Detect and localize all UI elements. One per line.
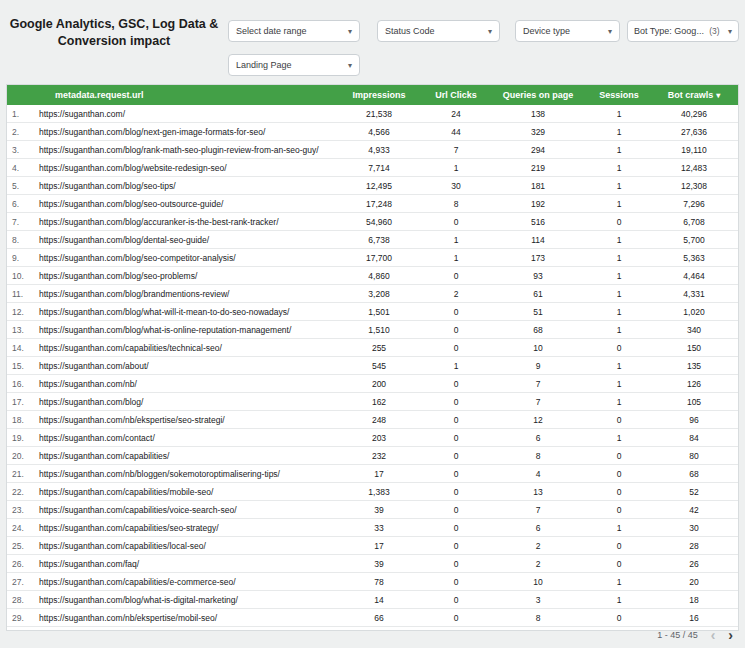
url-clicks-cell: 0 — [424, 613, 488, 623]
report-page: Google Analytics, GSC, Log Data & Conver… — [0, 0, 745, 648]
column-header-url_clicks[interactable]: Url Clicks — [424, 90, 488, 100]
impressions-cell: 27 — [334, 631, 424, 632]
impressions-cell: 17,248 — [334, 199, 424, 209]
impressions-cell: 17 — [334, 541, 424, 551]
impressions-cell: 7,714 — [334, 163, 424, 173]
impressions-cell: 39 — [334, 505, 424, 515]
url-clicks-cell: 0 — [424, 379, 488, 389]
url-cell: https://suganthan.com/blog/what-is-onlin… — [33, 325, 334, 335]
table-row: 24.https://suganthan.com/capabilities/se… — [7, 519, 738, 537]
url-clicks-cell: 0 — [424, 397, 488, 407]
sessions-cell: 0 — [588, 469, 650, 479]
impressions-cell: 1,501 — [334, 307, 424, 317]
sessions-cell: 1 — [588, 523, 650, 533]
sessions-cell: 1 — [588, 325, 650, 335]
impressions-cell: 21,538 — [334, 109, 424, 119]
row-number: 26. — [7, 559, 33, 569]
row-number: 18. — [7, 415, 33, 425]
date-range-filter[interactable]: Select date range ▾ — [228, 20, 360, 42]
impressions-cell: 4,933 — [334, 145, 424, 155]
url-cell: https://suganthan.com/cookie-policy/ — [33, 631, 334, 632]
bot-type-filter[interactable]: Bot Type: Goog... (3) ▾ — [627, 20, 739, 42]
table-row: 22.https://suganthan.com/capabilities/mo… — [7, 483, 738, 501]
impressions-cell: 12,495 — [334, 181, 424, 191]
data-table: metadata.request.urlImpressionsUrl Click… — [6, 84, 739, 631]
url-clicks-cell: 0 — [424, 469, 488, 479]
column-header-url[interactable]: metadata.request.url — [33, 90, 334, 100]
pagination-next-button[interactable]: › — [728, 628, 733, 642]
row-number: 8. — [7, 235, 33, 245]
url-clicks-cell: 0 — [424, 631, 488, 632]
pagination-prev-button[interactable]: ‹ — [711, 628, 716, 642]
url-cell: https://suganthan.com/capabilities/local… — [33, 541, 334, 551]
landing-page-filter[interactable]: Landing Page ▾ — [228, 54, 360, 76]
chevron-down-icon: ▾ — [348, 61, 352, 70]
bot-type-filter-label: Bot Type: Goog... — [634, 26, 704, 36]
url-clicks-cell: 1 — [424, 361, 488, 371]
url-clicks-cell: 0 — [424, 505, 488, 515]
bot-type-filter-count: (3) — [709, 26, 719, 36]
device-type-filter[interactable]: Device type ▾ — [515, 20, 620, 42]
bot-crawls-cell: 5,363 — [650, 253, 738, 263]
url-cell: https://suganthan.com/contact/ — [33, 433, 334, 443]
bot-crawls-cell: 40,296 — [650, 109, 738, 119]
impressions-cell: 232 — [334, 451, 424, 461]
queries-cell: 181 — [488, 181, 588, 191]
url-cell: https://suganthan.com/blog/ — [33, 397, 334, 407]
bot-crawls-cell: 30 — [650, 523, 738, 533]
column-header-label: metadata.request.url — [55, 90, 144, 100]
bot-crawls-cell: 6,708 — [650, 217, 738, 227]
bot-crawls-cell: 105 — [650, 397, 738, 407]
url-clicks-cell: 2 — [424, 289, 488, 299]
column-header-impressions[interactable]: Impressions — [334, 90, 424, 100]
url-cell: https://suganthan.com/capabilities/techn… — [33, 343, 334, 353]
impressions-cell: 4,860 — [334, 271, 424, 281]
row-number: 19. — [7, 433, 33, 443]
bot-crawls-cell: 18 — [650, 595, 738, 605]
page-title: Google Analytics, GSC, Log Data & Conver… — [8, 16, 220, 50]
table-row: 20.https://suganthan.com/capabilities/23… — [7, 447, 738, 465]
table-row: 8.https://suganthan.com/blog/dental-seo-… — [7, 231, 738, 249]
sessions-cell: 1 — [588, 361, 650, 371]
table-row: 16.https://suganthan.com/nb/200071126 — [7, 375, 738, 393]
bot-crawls-cell: 28 — [650, 541, 738, 551]
bot-crawls-cell: 80 — [650, 451, 738, 461]
column-header-label: Url Clicks — [435, 90, 477, 100]
impressions-cell: 255 — [334, 343, 424, 353]
table-row: 15.https://suganthan.com/about/545191135 — [7, 357, 738, 375]
url-cell: https://suganthan.com/nb/ekspertise/mobi… — [33, 613, 334, 623]
status-code-filter[interactable]: Status Code ▾ — [377, 20, 500, 42]
sessions-cell: 1 — [588, 307, 650, 317]
sessions-cell: 1 — [588, 577, 650, 587]
url-cell: https://suganthan.com/blog/seo-outsource… — [33, 199, 334, 209]
row-number: 17. — [7, 397, 33, 407]
column-header-bot_crawls[interactable]: Bot crawls▾ — [650, 90, 738, 100]
column-header-queries[interactable]: Queries on page — [488, 90, 588, 100]
table-row: 6.https://suganthan.com/blog/seo-outsour… — [7, 195, 738, 213]
url-cell: https://suganthan.com/capabilities/mobil… — [33, 487, 334, 497]
queries-cell: 7 — [488, 505, 588, 515]
url-cell: https://suganthan.com/blog/dental-seo-gu… — [33, 235, 334, 245]
url-clicks-cell: 0 — [424, 451, 488, 461]
table-row: 13.https://suganthan.com/blog/what-is-on… — [7, 321, 738, 339]
queries-cell: 61 — [488, 289, 588, 299]
row-number: 2. — [7, 127, 33, 137]
table-row: 9.https://suganthan.com/blog/seo-competi… — [7, 249, 738, 267]
column-header-label: Sessions — [599, 90, 639, 100]
url-cell: https://suganthan.com/nb/bloggen/sokemot… — [33, 469, 334, 479]
page-title-line1: Google Analytics, GSC, Log Data & — [8, 16, 220, 33]
table-row: 29.https://suganthan.com/nb/ekspertise/m… — [7, 609, 738, 627]
bot-crawls-cell: 96 — [650, 415, 738, 425]
queries-cell: 173 — [488, 253, 588, 263]
row-number: 25. — [7, 541, 33, 551]
queries-cell: 10 — [488, 577, 588, 587]
column-header-sessions[interactable]: Sessions — [588, 90, 650, 100]
sessions-cell: 1 — [588, 595, 650, 605]
url-clicks-cell: 0 — [424, 541, 488, 551]
impressions-cell: 17 — [334, 469, 424, 479]
sessions-cell: 0 — [588, 559, 650, 569]
table-row: 12.https://suganthan.com/blog/what-will-… — [7, 303, 738, 321]
url-clicks-cell: 0 — [424, 523, 488, 533]
url-cell: https://suganthan.com/capabilities/voice… — [33, 505, 334, 515]
row-number: 14. — [7, 343, 33, 353]
